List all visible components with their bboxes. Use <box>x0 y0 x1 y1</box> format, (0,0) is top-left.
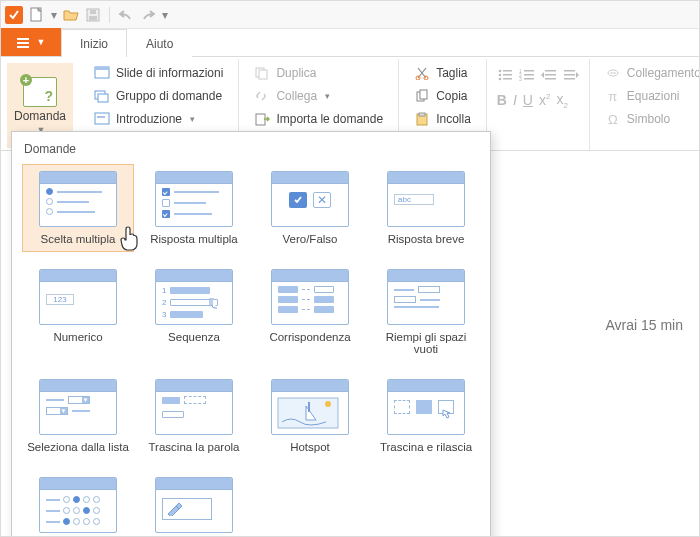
svg-rect-35 <box>545 74 556 76</box>
svg-rect-10 <box>98 94 108 102</box>
gallery-item-hotspot[interactable]: Hotspot <box>254 372 366 460</box>
importa-label: Importa le domande <box>276 112 383 126</box>
text-format-row: B I U x2 x2 <box>497 91 579 110</box>
intro-icon <box>94 111 110 127</box>
svg-rect-39 <box>564 78 575 80</box>
svg-rect-12 <box>97 116 105 118</box>
vero-falso-thumb: ✕ <box>271 171 349 227</box>
ribbon-tabs: ▼ Inizio Aiuto <box>1 29 699 57</box>
corrispondenza-thumb <box>271 269 349 325</box>
svg-rect-38 <box>564 74 575 76</box>
svg-rect-33 <box>524 78 534 80</box>
gallery-item-trascina-parola[interactable]: Trascina la parola <box>138 372 250 460</box>
numbering-icon[interactable]: 123 <box>519 67 535 83</box>
svg-rect-3 <box>90 10 96 14</box>
equazioni-label: Equazioni <box>627 89 680 103</box>
svg-point-26 <box>499 78 502 81</box>
hyperlink-icon <box>605 65 621 81</box>
taglia-label: Taglia <box>436 66 467 80</box>
gruppo-domande-button[interactable]: Gruppo di domande <box>89 86 228 106</box>
app-icon <box>5 6 23 24</box>
slide-info-button[interactable]: Slide di informazioni <box>89 63 228 83</box>
svg-rect-21 <box>419 113 425 116</box>
undo-icon[interactable] <box>118 7 134 23</box>
simbolo-label: Simbolo <box>627 112 670 126</box>
seleziona-lista-thumb: ▼ ▼ <box>39 379 117 435</box>
new-file-icon[interactable] <box>29 7 45 23</box>
svg-rect-37 <box>564 70 575 72</box>
gallery-item-sequenza[interactable]: 1 2 3 Sequenza <box>138 262 250 362</box>
svg-rect-36 <box>545 78 556 80</box>
gallery-item-label: Hotspot <box>290 441 330 453</box>
underline-icon[interactable]: U <box>523 92 533 108</box>
trascina-parola-thumb <box>155 379 233 435</box>
question-type-gallery: Domande Scelta multipla <box>11 131 491 537</box>
gallery-item-risposta-multipla[interactable]: Risposta multipla <box>138 164 250 252</box>
tab-inizio[interactable]: Inizio <box>61 29 127 57</box>
paste-icon <box>414 111 430 127</box>
risposta-multipla-thumb <box>155 171 233 227</box>
copia-button[interactable]: Copia <box>409 86 476 106</box>
equazioni-button: π Equazioni <box>600 86 700 106</box>
svg-rect-14 <box>259 70 267 79</box>
collega-label: Collega <box>276 89 317 103</box>
abc-placeholder: abc <box>394 194 434 205</box>
svg-rect-31 <box>524 74 534 76</box>
bold-icon[interactable]: B <box>497 92 507 108</box>
domanda-label: Domanda <box>14 109 66 123</box>
incolla-label: Incolla <box>436 112 471 126</box>
file-tab[interactable]: ▼ <box>1 28 61 56</box>
importa-button[interactable]: Importa le domande <box>249 109 388 129</box>
svg-point-22 <box>499 70 502 73</box>
tab-aiuto[interactable]: Aiuto <box>127 29 192 57</box>
quick-access-toolbar: ▾ ▾ <box>1 1 699 29</box>
bullets-icon[interactable] <box>497 67 513 83</box>
svg-text:3: 3 <box>519 76 522 82</box>
cut-icon <box>414 65 430 81</box>
risposta-breve-thumb: abc <box>387 171 465 227</box>
new-file-dropdown-icon[interactable]: ▾ <box>51 8 57 22</box>
outdent-icon[interactable] <box>541 67 557 83</box>
equation-icon: π <box>605 88 621 104</box>
introduzione-button[interactable]: Introduzione ▾ <box>89 109 228 129</box>
indent-icon[interactable] <box>563 67 579 83</box>
gallery-item-riempi-spazi[interactable]: Riempi gli spazi vuoti <box>370 262 482 362</box>
gallery-item-vero-falso[interactable]: ✕ Vero/Falso <box>254 164 366 252</box>
slide-info-label: Slide di informazioni <box>116 66 223 80</box>
save-icon[interactable] <box>85 7 101 23</box>
num-placeholder: 123 <box>46 294 74 305</box>
svg-point-24 <box>499 74 502 77</box>
scala-likert-thumb <box>39 477 117 533</box>
subscript-icon[interactable]: x2 <box>556 91 567 110</box>
gallery-item-label: Trascina e rilascia <box>380 441 472 453</box>
gallery-item-label: Risposta breve <box>388 233 465 245</box>
duplica-label: Duplica <box>276 66 316 80</box>
svg-rect-27 <box>503 78 512 80</box>
svg-rect-25 <box>503 74 512 76</box>
riempi-spazi-thumb <box>387 269 465 325</box>
gallery-item-numerico[interactable]: 123 Numerico <box>22 262 134 362</box>
chevron-down-icon: ▾ <box>190 114 195 124</box>
italic-icon[interactable]: I <box>513 92 517 108</box>
gallery-item-scala-likert[interactable]: Scala Likert <box>22 470 134 537</box>
chevron-down-icon: ▼ <box>37 37 46 47</box>
superscript-icon[interactable]: x2 <box>539 92 550 108</box>
qat-customize-icon[interactable]: ▾ <box>162 8 168 22</box>
open-folder-icon[interactable] <box>63 7 79 23</box>
collega-button: Collega ▾ <box>249 86 388 106</box>
hotspot-thumb <box>271 379 349 435</box>
gallery-item-label: Trascina la parola <box>149 441 240 453</box>
gallery-item-prova[interactable]: Prova <box>138 470 250 537</box>
gallery-item-trascina-rilascia[interactable]: Trascina e rilascia <box>370 372 482 460</box>
redo-icon[interactable] <box>140 7 156 23</box>
incolla-button[interactable]: Incolla <box>409 109 476 129</box>
gruppo-domande-label: Gruppo di domande <box>116 89 222 103</box>
chevron-down-icon: ▾ <box>325 91 330 101</box>
gallery-item-seleziona-lista[interactable]: ▼ ▼ Seleziona dalla lista <box>22 372 134 460</box>
gallery-item-scelta-multipla[interactable]: Scelta multipla <box>22 164 134 252</box>
slide-icon <box>94 65 110 81</box>
gallery-item-risposta-breve[interactable]: abc Risposta breve <box>370 164 482 252</box>
svg-rect-6 <box>17 46 29 48</box>
gallery-item-corrispondenza[interactable]: Corrispondenza <box>254 262 366 362</box>
taglia-button[interactable]: Taglia <box>409 63 476 83</box>
